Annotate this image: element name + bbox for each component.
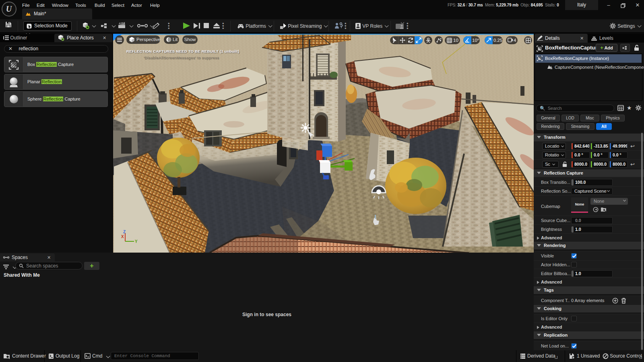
svg-text:Y: Y <box>135 239 138 244</box>
svg-text:X: X <box>121 234 124 239</box>
svg-text:Z: Z <box>123 230 126 234</box>
svg-text:U: U <box>6 4 12 13</box>
